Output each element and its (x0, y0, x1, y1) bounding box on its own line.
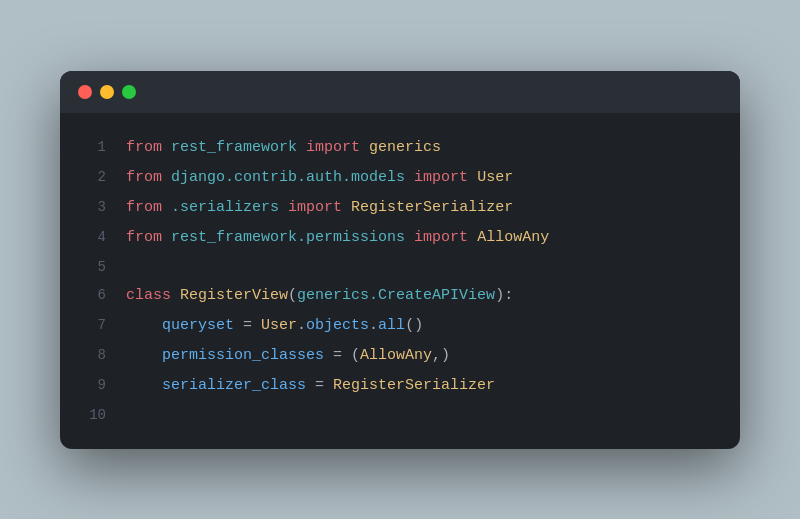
code-token (468, 229, 477, 246)
code-token: rest_framework (171, 139, 297, 156)
code-line: 10 (70, 401, 720, 429)
code-token: AllowAny (360, 347, 432, 364)
line-content: serializer_class = RegisterSerializer (126, 371, 495, 401)
close-button[interactable] (78, 85, 92, 99)
code-token: = ( (324, 347, 360, 364)
code-token: class (126, 287, 171, 304)
maximize-button[interactable] (122, 85, 136, 99)
code-token: import (414, 229, 468, 246)
code-token: RegisterSerializer (333, 377, 495, 394)
code-token (126, 317, 162, 334)
code-token: . (297, 317, 306, 334)
line-content: from rest_framework import generics (126, 133, 441, 163)
code-token: ( (288, 287, 297, 304)
code-token: rest_framework.permissions (171, 229, 405, 246)
line-number: 3 (70, 193, 106, 221)
code-token: AllowAny (477, 229, 549, 246)
code-token: import (306, 139, 360, 156)
code-line: 8 permission_classes = (AllowAny,) (70, 341, 720, 371)
code-token: django.contrib.auth.models (171, 169, 405, 186)
code-token (297, 139, 306, 156)
line-content: from rest_framework.permissions import A… (126, 223, 549, 253)
code-line: 4from rest_framework.permissions import … (70, 223, 720, 253)
code-line: 5 (70, 253, 720, 281)
line-number: 7 (70, 311, 106, 339)
code-token: User (477, 169, 513, 186)
code-token (162, 229, 171, 246)
code-editor: 1from rest_framework import generics2fro… (60, 113, 740, 449)
code-token (162, 139, 171, 156)
line-content: from .serializers import RegisterSeriali… (126, 193, 513, 223)
code-token: ): (495, 287, 513, 304)
code-token (405, 169, 414, 186)
line-content: class RegisterView(generics.CreateAPIVie… (126, 281, 513, 311)
code-line: 3from .serializers import RegisterSerial… (70, 193, 720, 223)
code-token: RegisterView (180, 287, 288, 304)
code-token: objects (306, 317, 369, 334)
line-number: 1 (70, 133, 106, 161)
code-line: 9 serializer_class = RegisterSerializer (70, 371, 720, 401)
code-window: 1from rest_framework import generics2fro… (60, 71, 740, 449)
code-token: all (378, 317, 405, 334)
code-token: import (414, 169, 468, 186)
code-token: queryset (162, 317, 234, 334)
code-token: RegisterSerializer (351, 199, 513, 216)
code-token (405, 229, 414, 246)
code-token (360, 139, 369, 156)
code-token (279, 199, 288, 216)
code-token (342, 199, 351, 216)
code-line: 6class RegisterView(generics.CreateAPIVi… (70, 281, 720, 311)
code-token: import (288, 199, 342, 216)
code-token: ,) (432, 347, 450, 364)
code-token (171, 287, 180, 304)
code-token (162, 199, 171, 216)
line-number: 2 (70, 163, 106, 191)
code-token: = (234, 317, 261, 334)
code-token: from (126, 199, 162, 216)
line-content: from django.contrib.auth.models import U… (126, 163, 513, 193)
code-token: . (369, 317, 378, 334)
line-number: 9 (70, 371, 106, 399)
titlebar (60, 71, 740, 113)
code-token: = (306, 377, 333, 394)
code-token (468, 169, 477, 186)
code-line: 7 queryset = User.objects.all() (70, 311, 720, 341)
code-token: generics (369, 139, 441, 156)
code-token: User (261, 317, 297, 334)
line-number: 8 (70, 341, 106, 369)
code-line: 1from rest_framework import generics (70, 133, 720, 163)
code-token: () (405, 317, 423, 334)
code-token: permission_classes (162, 347, 324, 364)
code-token (126, 347, 162, 364)
code-token: generics.CreateAPIView (297, 287, 495, 304)
line-number: 6 (70, 281, 106, 309)
line-content: queryset = User.objects.all() (126, 311, 423, 341)
code-token: .serializers (171, 199, 279, 216)
line-content: permission_classes = (AllowAny,) (126, 341, 450, 371)
code-token (126, 377, 162, 394)
code-line: 2from django.contrib.auth.models import … (70, 163, 720, 193)
code-token: serializer_class (162, 377, 306, 394)
line-number: 10 (70, 401, 106, 429)
code-token: from (126, 169, 162, 186)
code-token: from (126, 229, 162, 246)
line-number: 5 (70, 253, 106, 281)
code-token (162, 169, 171, 186)
code-token: from (126, 139, 162, 156)
line-number: 4 (70, 223, 106, 251)
minimize-button[interactable] (100, 85, 114, 99)
